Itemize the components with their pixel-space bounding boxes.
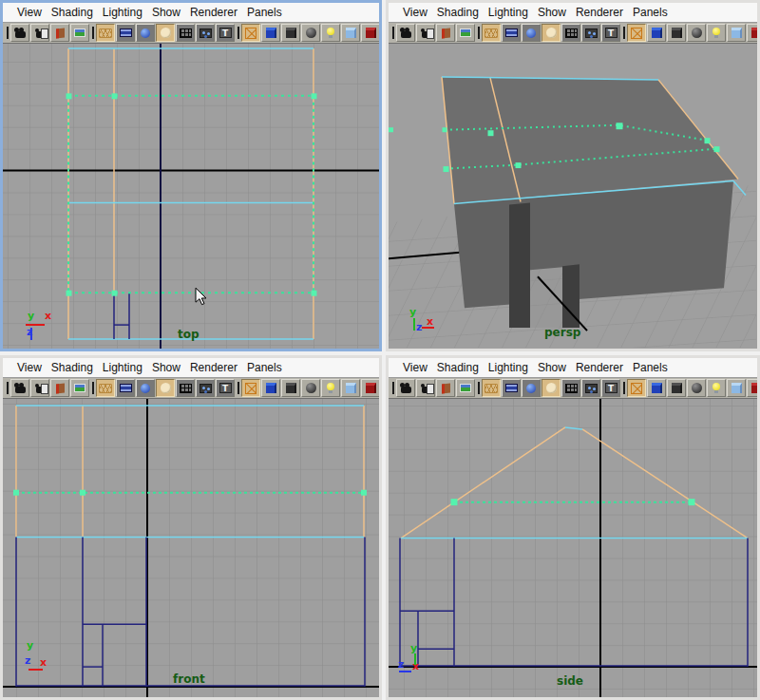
backface-culling-icon-button[interactable] (747, 379, 757, 397)
resolution-gate-icon-button[interactable] (136, 24, 155, 42)
use-lights-icon-button[interactable] (321, 379, 340, 397)
use-lights-icon-button[interactable] (707, 24, 726, 42)
textured-shaded-icon-button[interactable] (687, 379, 706, 397)
viewport-canvas-front[interactable]: front y z x (3, 399, 379, 697)
use-lights-icon-button[interactable] (707, 379, 726, 397)
xray-display-icon-button[interactable] (727, 379, 746, 397)
wireframe-display-icon-button[interactable] (241, 379, 260, 397)
viewport-canvas-persp[interactable]: persp y x z (389, 44, 757, 349)
shaded-display-icon-button[interactable] (647, 379, 666, 397)
safe-title-icon-button[interactable]: T (216, 24, 235, 42)
grid-toggle-icon-button[interactable] (96, 379, 115, 397)
gate-mask-icon-button[interactable] (542, 24, 560, 42)
resolution-gate-icon-button[interactable] (522, 379, 541, 397)
camera-attributes-icon-button[interactable] (416, 24, 435, 42)
menu-shading[interactable]: Shading (432, 6, 484, 19)
safe-action-icon-button[interactable] (581, 24, 600, 42)
camera-attributes-icon-button[interactable] (30, 379, 49, 397)
menu-panels[interactable]: Panels (242, 6, 287, 19)
field-chart-icon-button[interactable] (176, 24, 195, 42)
grid-toggle-icon-button[interactable] (482, 379, 501, 397)
menu-show[interactable]: Show (533, 6, 571, 19)
use-lights-icon-button[interactable] (321, 24, 340, 42)
safe-action-icon-button[interactable] (581, 379, 600, 397)
camera-attributes-icon-button[interactable] (416, 379, 435, 397)
menu-renderer[interactable]: Renderer (571, 6, 628, 19)
menu-panels[interactable]: Panels (628, 361, 673, 374)
film-gate-icon-button[interactable] (116, 379, 135, 397)
menu-shading[interactable]: Shading (47, 361, 98, 374)
resolution-gate-icon-button[interactable] (522, 24, 541, 42)
image-plane-icon-button[interactable] (70, 24, 89, 42)
grid-toggle-icon-button[interactable] (482, 24, 501, 42)
bookmarks-icon-button[interactable] (436, 379, 455, 397)
field-chart-icon-button[interactable] (561, 379, 580, 397)
menu-show[interactable]: Show (533, 361, 571, 374)
select-camera-icon-button[interactable] (10, 379, 29, 397)
select-camera-icon-button[interactable] (10, 24, 29, 42)
resolution-gate-icon-button[interactable] (136, 379, 155, 397)
safe-action-icon-button[interactable] (196, 379, 215, 397)
menu-lighting[interactable]: Lighting (484, 6, 533, 19)
menu-view[interactable]: View (398, 361, 432, 374)
textured-shaded-icon-button[interactable] (301, 24, 320, 42)
menu-panels[interactable]: Panels (242, 361, 287, 374)
image-plane-icon-button[interactable] (70, 379, 89, 397)
textured-display-icon-button[interactable] (667, 24, 686, 42)
film-gate-icon-button[interactable] (116, 24, 135, 42)
safe-action-icon-button[interactable] (196, 24, 215, 42)
gate-mask-icon-button[interactable] (156, 24, 175, 42)
camera-attributes-icon-button[interactable] (30, 24, 49, 42)
menu-view[interactable]: View (12, 361, 47, 374)
menu-lighting[interactable]: Lighting (484, 361, 533, 374)
gate-mask-icon-button[interactable] (156, 379, 175, 397)
select-camera-icon-button[interactable] (396, 379, 415, 397)
shaded-display-icon-button[interactable] (261, 379, 280, 397)
viewport-canvas-top[interactable]: top y x z (3, 44, 379, 349)
field-chart-icon-button[interactable] (561, 24, 580, 42)
menu-show[interactable]: Show (147, 361, 185, 374)
backface-culling-icon-button[interactable] (361, 24, 379, 42)
safe-title-icon-button[interactable]: T (601, 379, 620, 397)
xray-display-icon-button[interactable] (727, 24, 746, 42)
textured-display-icon-button[interactable] (667, 379, 686, 397)
shaded-display-icon-button[interactable] (261, 24, 280, 42)
gate-mask-icon-button[interactable] (542, 379, 560, 397)
wireframe-display-icon-button[interactable] (627, 379, 646, 397)
wireframe-display-icon-button[interactable] (627, 24, 646, 42)
menu-shading[interactable]: Shading (47, 6, 98, 19)
backface-culling-icon-button[interactable] (361, 379, 379, 397)
menu-renderer[interactable]: Renderer (185, 361, 242, 374)
backface-culling-icon-button[interactable] (747, 24, 757, 42)
bookmarks-icon-button[interactable] (436, 24, 455, 42)
bookmarks-icon-button[interactable] (50, 379, 69, 397)
wireframe-display-icon-button[interactable] (241, 24, 260, 42)
field-chart-icon-button[interactable] (176, 379, 195, 397)
textured-shaded-icon-button[interactable] (687, 24, 706, 42)
menu-renderer[interactable]: Renderer (571, 361, 628, 374)
menu-view[interactable]: View (398, 6, 432, 19)
shaded-display-icon-button[interactable] (647, 24, 666, 42)
film-gate-icon-button[interactable] (502, 24, 521, 42)
safe-title-icon-button[interactable]: T (216, 379, 235, 397)
textured-shaded-icon-button[interactable] (301, 379, 320, 397)
menu-lighting[interactable]: Lighting (98, 6, 147, 19)
xray-display-icon-button[interactable] (341, 379, 360, 397)
select-camera-icon-button[interactable] (396, 24, 415, 42)
film-gate-icon-button[interactable] (502, 379, 521, 397)
menu-shading[interactable]: Shading (432, 361, 484, 374)
menu-renderer[interactable]: Renderer (185, 6, 242, 19)
menu-view[interactable]: View (12, 6, 47, 19)
image-plane-icon-button[interactable] (456, 379, 475, 397)
textured-display-icon-button[interactable] (281, 379, 300, 397)
safe-title-icon-button[interactable]: T (601, 24, 620, 42)
grid-toggle-icon-button[interactable] (96, 24, 115, 42)
textured-display-icon-button[interactable] (281, 24, 300, 42)
image-plane-icon-button[interactable] (456, 24, 475, 42)
bookmarks-icon-button[interactable] (50, 24, 69, 42)
viewport-canvas-side[interactable]: side y z x (389, 399, 757, 697)
xray-display-icon-button[interactable] (341, 24, 360, 42)
menu-lighting[interactable]: Lighting (98, 361, 147, 374)
menu-panels[interactable]: Panels (628, 6, 673, 19)
menu-show[interactable]: Show (147, 6, 185, 19)
